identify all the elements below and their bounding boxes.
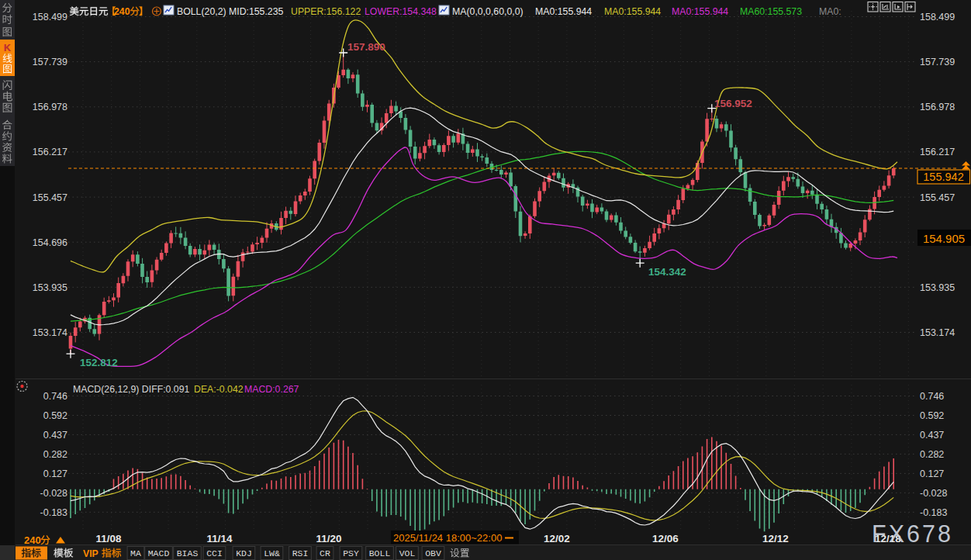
- svg-text:MA: MA: [130, 548, 141, 558]
- svg-text:156.978: 156.978: [920, 102, 955, 112]
- svg-text:158.499: 158.499: [920, 12, 955, 22]
- svg-text:158.499: 158.499: [33, 12, 67, 22]
- svg-text:240: 240: [114, 6, 130, 17]
- svg-text:-0.183: -0.183: [40, 507, 67, 518]
- svg-text:0.127: 0.127: [43, 468, 67, 479]
- svg-text:0.592: 0.592: [43, 410, 67, 421]
- svg-text:-0.028: -0.028: [40, 488, 67, 499]
- svg-text:156.952: 156.952: [714, 98, 752, 109]
- svg-text:240: 240: [24, 534, 41, 546]
- svg-text:153.174: 153.174: [920, 327, 955, 338]
- svg-text:2025/11/24 18:00~22:00: 2025/11/24 18:00~22:00: [393, 532, 502, 544]
- svg-text:0.437: 0.437: [43, 430, 67, 441]
- svg-text:-0.028: -0.028: [920, 488, 947, 499]
- svg-text:155.457: 155.457: [920, 192, 955, 203]
- svg-text:OBV: OBV: [425, 548, 441, 558]
- svg-text:MA(0,0,0,60,0,0): MA(0,0,0,60,0,0): [452, 6, 524, 17]
- svg-text:LOWER:154.348: LOWER:154.348: [365, 6, 437, 17]
- svg-text:MACD: MACD: [148, 548, 170, 558]
- svg-text:RSI: RSI: [292, 548, 309, 558]
- svg-text:154.696: 154.696: [33, 237, 67, 248]
- svg-text:11/20: 11/20: [316, 533, 341, 544]
- svg-text:156.217: 156.217: [920, 147, 955, 157]
- svg-text:UPPER:156.122: UPPER:156.122: [291, 6, 361, 17]
- svg-text:0.127: 0.127: [920, 468, 944, 479]
- svg-text:MA0:155.944: MA0:155.944: [604, 6, 661, 17]
- svg-text:MA60:155.573: MA60:155.573: [740, 6, 802, 17]
- svg-text:153.935: 153.935: [33, 282, 67, 293]
- svg-text:156.978: 156.978: [33, 102, 67, 112]
- svg-text:MACD:0.267: MACD:0.267: [244, 384, 299, 395]
- svg-text:0.437: 0.437: [920, 430, 944, 441]
- svg-text:LW&: LW&: [264, 548, 280, 558]
- svg-text:156.217: 156.217: [33, 147, 67, 157]
- svg-text:MA0:: MA0:: [819, 6, 841, 17]
- svg-text:11/14: 11/14: [206, 533, 233, 544]
- svg-text:155.457: 155.457: [33, 192, 67, 203]
- svg-text:DEA:-0.042: DEA:-0.042: [194, 384, 244, 395]
- svg-text:-0.183: -0.183: [920, 507, 947, 518]
- svg-text:12/06: 12/06: [652, 533, 679, 544]
- svg-text:BOLL: BOLL: [369, 548, 391, 558]
- svg-text:154.342: 154.342: [648, 266, 686, 278]
- svg-text:MA0:155.944: MA0:155.944: [672, 6, 728, 17]
- svg-text:BIAS: BIAS: [177, 548, 199, 558]
- svg-text:VIP: VIP: [83, 548, 98, 559]
- svg-text:0.746: 0.746: [920, 391, 944, 402]
- svg-text:155.942: 155.942: [923, 171, 963, 183]
- svg-text:153.935: 153.935: [920, 282, 955, 293]
- svg-text:11/08: 11/08: [95, 533, 122, 544]
- svg-text:12/02: 12/02: [544, 533, 570, 544]
- svg-text:CCI: CCI: [206, 548, 223, 558]
- svg-text:KDJ: KDJ: [236, 548, 252, 558]
- svg-text:152.812: 152.812: [80, 357, 118, 368]
- svg-text:12/12: 12/12: [762, 533, 789, 544]
- svg-text:0.592: 0.592: [920, 410, 944, 421]
- svg-text:PSY: PSY: [343, 548, 359, 558]
- svg-text:K: K: [4, 42, 12, 54]
- svg-text:VOL: VOL: [399, 548, 416, 558]
- svg-text:MA0:155.944: MA0:155.944: [535, 6, 592, 17]
- svg-text:157.890: 157.890: [347, 41, 385, 53]
- svg-text:BOLL(20,2) MID:155.235: BOLL(20,2) MID:155.235: [177, 6, 284, 17]
- svg-text:154.905: 154.905: [923, 232, 965, 245]
- svg-text:FX678: FX678: [872, 520, 953, 547]
- svg-text:157.739: 157.739: [33, 57, 67, 67]
- svg-text:0.282: 0.282: [43, 449, 67, 460]
- svg-text:MACD(26,12,9) DIFF:0.091: MACD(26,12,9) DIFF:0.091: [73, 384, 190, 395]
- svg-text:0.282: 0.282: [920, 449, 944, 460]
- svg-text:153.174: 153.174: [33, 327, 67, 338]
- svg-text:157.739: 157.739: [920, 57, 955, 67]
- svg-text:CR: CR: [320, 548, 330, 558]
- svg-text:0.746: 0.746: [43, 391, 67, 402]
